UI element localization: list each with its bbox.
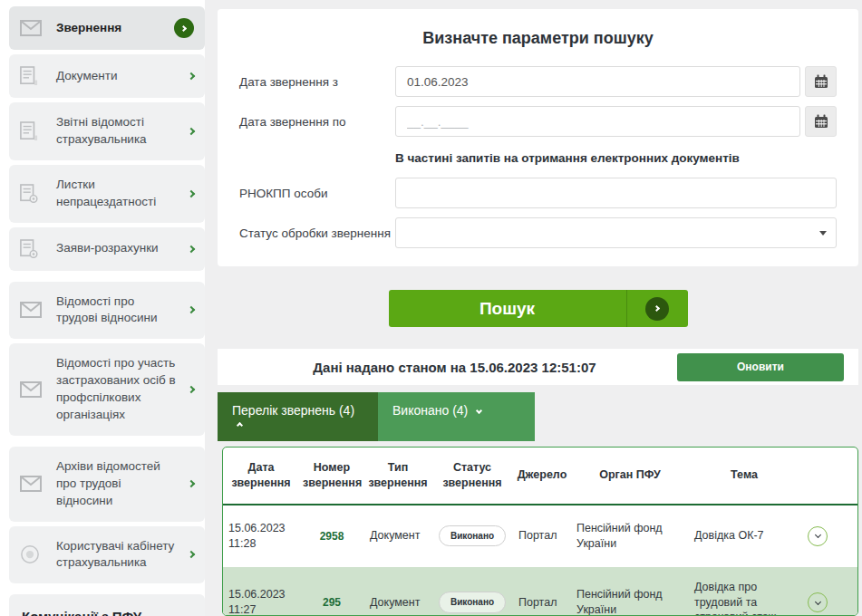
chevron-down-icon xyxy=(476,408,482,414)
search-button-label: Пошук xyxy=(389,290,626,327)
column-header: Статус звернення xyxy=(431,448,513,504)
page-title: Визначте параметри пошуку xyxy=(239,29,837,48)
cell-source: Портал xyxy=(513,515,571,556)
date-to-input[interactable] xyxy=(395,106,800,137)
column-header: Орган ПФУ xyxy=(571,455,689,496)
envelope-icon xyxy=(20,381,44,398)
chevron-right-icon xyxy=(181,246,194,252)
sidebar-item-dokumenty[interactable]: Документи xyxy=(9,54,205,98)
envelope-icon xyxy=(20,20,44,36)
search-button-arrow-segment xyxy=(626,290,688,327)
chevron-right-icon xyxy=(181,552,194,557)
cell-date: 15.06.2023 11:27 xyxy=(223,574,299,616)
search-button[interactable]: Пошук xyxy=(389,290,688,327)
data-timestamp-text: Дані надано станом на 15.06.2023 12:51:0… xyxy=(232,360,677,375)
table-header-row: Дата звернення Номер звернення Тип зверн… xyxy=(223,448,857,505)
date-from-label: Дата звернення з xyxy=(239,75,395,89)
sidebar-section-communications: Комунікації з ПФУ Запит на отримання еле… xyxy=(9,594,205,616)
column-header: Тема xyxy=(689,455,799,496)
form-row-date-to: Дата звернення по xyxy=(239,106,837,137)
cell-expand xyxy=(799,580,836,616)
sidebar-item-label: Архіви відомостей про трудові відносини xyxy=(56,458,181,510)
column-header: Тип звернення xyxy=(364,448,431,504)
cell-organ: Пенсійний фонд України xyxy=(571,574,689,616)
appeal-number-link[interactable]: 295 xyxy=(299,582,364,616)
form-row-status: Статус обробки звернення xyxy=(239,217,837,248)
rnokpp-label: РНОКПП особи xyxy=(239,187,395,200)
cell-type: Документ xyxy=(364,515,431,556)
envelope-icon xyxy=(20,476,44,492)
table-row: 15.06.2023 11:27 295 Документ Виконано П… xyxy=(223,567,857,616)
status-bar: Дані надано станом на 15.06.2023 12:51:0… xyxy=(218,349,858,385)
tab-label: Виконано (4) xyxy=(392,403,468,418)
tab-perelik-zvernen[interactable]: Перелік звернень (4) xyxy=(218,392,378,441)
sidebar-item-vidomosti-uchast[interactable]: Відомості про участь застрахованих осіб … xyxy=(9,343,205,436)
cell-theme: Довідка про трудовий та страховий стаж xyxy=(689,567,799,616)
column-header: Номер звернення xyxy=(299,448,364,504)
appeal-number-link[interactable]: 2958 xyxy=(299,516,364,556)
tab-vykonano[interactable]: Виконано (4) xyxy=(378,392,535,441)
cell-expand xyxy=(799,514,836,559)
cell-type: Документ xyxy=(364,582,431,616)
chevron-up-icon xyxy=(237,422,243,428)
search-form-card: Визначте параметри пошуку Дата звернення… xyxy=(218,9,858,266)
sidebar-item-label: Відомості про участь застрахованих осіб … xyxy=(56,355,181,424)
cell-source: Портал xyxy=(513,582,571,616)
sidebar-item-lystky-nepratsezdatnosti[interactable]: Листки непрацездатності xyxy=(9,165,205,223)
document-gear-icon xyxy=(20,239,44,259)
sidebar-item-zvitni-vidomosti[interactable]: Звітні відомості страхувальника xyxy=(9,102,205,160)
app-window: Звернення Документи Звітні відомості стр… xyxy=(0,0,862,616)
column-header: Дата звернення xyxy=(223,448,299,504)
column-header: Джерело xyxy=(513,455,571,496)
section-note: В частині запитів на отримання електронн… xyxy=(395,151,837,165)
envelope-icon xyxy=(20,302,44,318)
user-circle-icon xyxy=(20,544,44,564)
document-gear-icon xyxy=(20,184,44,204)
calendar-icon[interactable] xyxy=(805,66,837,97)
cell-status: Виконано xyxy=(431,579,513,616)
sidebar-item-label: Користувачі кабінету страхувальника xyxy=(56,538,181,573)
document-icon xyxy=(20,66,44,86)
form-row-date-from: Дата звернення з xyxy=(239,66,837,97)
sidebar-item-label: Заяви-розрахунки xyxy=(56,240,181,257)
chevron-right-icon xyxy=(181,73,194,79)
chevron-down-icon xyxy=(819,231,827,236)
refresh-button[interactable]: Оновити xyxy=(677,353,844,381)
tabs: Перелік звернень (4) Виконано (4) xyxy=(218,392,858,441)
calendar-icon[interactable] xyxy=(805,106,837,137)
cell-theme: Довідка ОК-7 xyxy=(689,515,799,556)
chevron-right-icon xyxy=(181,191,194,197)
tab-label: Перелік звернень (4) xyxy=(232,403,354,418)
rnokpp-input[interactable] xyxy=(395,178,837,208)
sidebar-item-korystuvachi[interactable]: Користувачі кабінету страхувальника xyxy=(9,526,205,584)
sidebar: Звернення Документи Звітні відомості стр… xyxy=(0,0,205,616)
sidebar-item-label: Звітні відомості страхувальника xyxy=(56,114,181,149)
form-row-rnokpp: РНОКПП особи xyxy=(239,178,837,208)
expand-row-button[interactable] xyxy=(808,592,828,612)
sidebar-item-label: Відомості про трудові відносини xyxy=(56,294,181,328)
expand-row-button[interactable] xyxy=(808,526,828,546)
main-content: Визначте параметри пошуку Дата звернення… xyxy=(205,0,862,616)
sidebar-section-title: Комунікації з ПФУ xyxy=(20,607,194,616)
sidebar-item-zvernennia[interactable]: Звернення xyxy=(9,6,205,50)
sidebar-item-label: Листки непрацездатності xyxy=(56,177,181,211)
cell-date: 15.06.2023 11:28 xyxy=(223,508,299,564)
sidebar-item-arkhivy[interactable]: Архіви відомостей про трудові відносини xyxy=(9,447,205,522)
cell-organ: Пенсійний фонд України xyxy=(571,508,689,564)
sidebar-item-zaiavy-rozrakhunky[interactable]: Заяви-розрахунки xyxy=(9,227,205,271)
chevron-right-icon xyxy=(181,387,194,392)
sidebar-item-label: Документи xyxy=(56,68,181,85)
chevron-right-icon xyxy=(181,129,194,134)
sidebar-item-label: Звернення xyxy=(56,20,174,37)
column-header-spacer xyxy=(799,463,836,488)
table-row: 15.06.2023 11:28 2958 Документ Виконано … xyxy=(223,505,857,567)
status-select[interactable] xyxy=(395,217,837,248)
status-label: Статус обробки звернення xyxy=(239,226,395,240)
document-icon xyxy=(20,121,44,141)
chevron-right-icon xyxy=(181,481,194,486)
chevron-right-circle-icon xyxy=(645,297,669,321)
chevron-right-icon xyxy=(181,307,194,313)
sidebar-item-vidomosti-trudovi[interactable]: Відомості про трудові відносини xyxy=(9,282,205,340)
date-to-label: Дата звернення по xyxy=(239,115,395,129)
date-from-input[interactable] xyxy=(395,66,800,97)
